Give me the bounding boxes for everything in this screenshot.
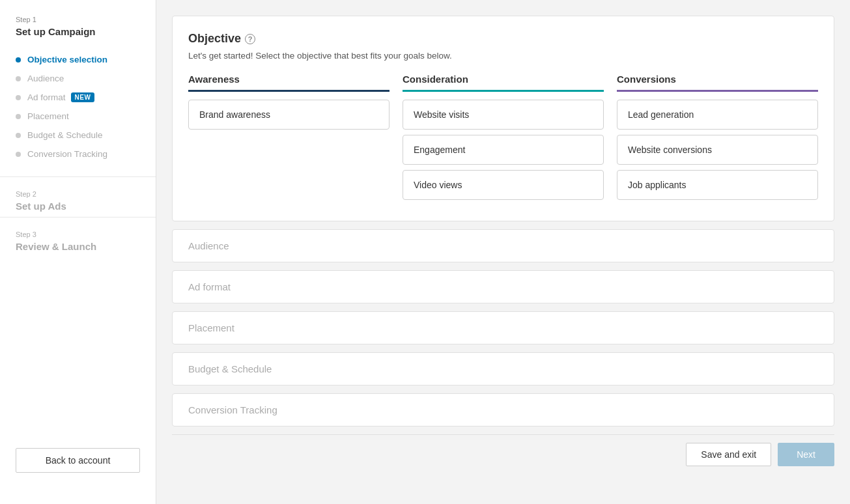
step3-title: Review & Launch <box>16 241 140 252</box>
categories-row: AwarenessBrand awarenessConsiderationWeb… <box>188 74 818 205</box>
objective-description: Let's get started! Select the objective … <box>188 51 818 61</box>
step1-block: Step 1 Set up Campaign <box>0 16 156 50</box>
sidebar-dot-conversion-tracking <box>16 152 21 157</box>
collapsed-label-placement: Placement <box>188 322 234 333</box>
sidebar-label-conversion-tracking: Conversion Tracking <box>27 149 107 159</box>
collapsed-label-budget-schedule: Budget & Schedule <box>188 363 272 374</box>
collapsed-label-audience: Audience <box>188 240 229 251</box>
step3-block: Step 3 Review & Launch <box>0 217 156 265</box>
category-header-consideration: Consideration <box>403 74 604 92</box>
option-website-visits[interactable]: Website visits <box>403 100 604 130</box>
category-header-awareness: Awareness <box>188 74 390 92</box>
step2-block: Step 2 Set up Ads <box>0 177 156 214</box>
option-lead-generation[interactable]: Lead generation <box>617 100 818 130</box>
sidebar-dot-objective-selection <box>16 57 21 63</box>
category-header-conversions: Conversions <box>617 74 818 92</box>
step3-label: Step 3 <box>16 231 140 238</box>
option-engagement[interactable]: Engagement <box>403 135 604 165</box>
back-to-account-button[interactable]: Back to account <box>16 448 140 473</box>
step1-label: Step 1 <box>16 16 140 23</box>
collapsed-label-ad-format: Ad format <box>188 281 231 292</box>
sidebar-item-objective-selection[interactable]: Objective selection <box>0 50 156 69</box>
collapsed-sections: AudienceAd formatPlacementBudget & Sched… <box>172 229 834 434</box>
sidebar-label-budget-schedule: Budget & Schedule <box>27 130 103 140</box>
sidebar-item-ad-format[interactable]: Ad formatNEW <box>0 88 156 107</box>
next-button[interactable]: Next <box>778 443 834 466</box>
sidebar-label-ad-format: Ad format <box>27 92 66 102</box>
sidebar-item-budget-schedule[interactable]: Budget & Schedule <box>0 126 156 145</box>
collapsed-section-ad-format[interactable]: Ad format <box>172 270 834 303</box>
objective-title-text: Objective <box>188 32 241 46</box>
sidebar-dot-audience <box>16 76 21 81</box>
category-awareness: AwarenessBrand awareness <box>188 74 403 205</box>
save-and-exit-button[interactable]: Save and exit <box>686 443 771 466</box>
sidebar-item-conversion-tracking[interactable]: Conversion Tracking <box>0 145 156 163</box>
objective-card: Objective ? Let's get started! Select th… <box>172 16 834 221</box>
footer-bar: Save and exit Next <box>172 434 834 474</box>
help-icon[interactable]: ? <box>245 34 255 44</box>
sidebar-item-audience[interactable]: Audience <box>0 69 156 88</box>
sidebar: Step 1 Set up Campaign Objective selecti… <box>0 0 156 504</box>
option-brand-awareness[interactable]: Brand awareness <box>188 100 390 130</box>
sidebar-dot-placement <box>16 114 21 119</box>
sidebar-item-placement[interactable]: Placement <box>0 107 156 126</box>
sidebar-nav: Objective selectionAudienceAd formatNEWP… <box>0 50 156 177</box>
step2-label: Step 2 <box>16 190 140 198</box>
step1-title: Set up Campaign <box>16 26 140 37</box>
collapsed-label-conversion-tracking: Conversion Tracking <box>188 404 277 415</box>
new-badge-ad-format: NEW <box>71 92 95 102</box>
option-job-applicants[interactable]: Job applicants <box>617 170 818 200</box>
main-content: Objective ? Let's get started! Select th… <box>156 0 850 504</box>
category-conversions: ConversionsLead generationWebsite conver… <box>617 74 818 205</box>
objective-title: Objective ? <box>188 32 818 46</box>
sidebar-dot-ad-format <box>16 95 21 100</box>
collapsed-section-audience[interactable]: Audience <box>172 229 834 262</box>
step2-title: Set up Ads <box>16 201 140 212</box>
sidebar-dot-budget-schedule <box>16 133 21 138</box>
sidebar-label-audience: Audience <box>27 74 64 83</box>
collapsed-section-budget-schedule[interactable]: Budget & Schedule <box>172 352 834 385</box>
option-website-conversions[interactable]: Website conversions <box>617 135 818 165</box>
category-consideration: ConsiderationWebsite visitsEngagementVid… <box>403 74 617 205</box>
back-btn-wrap: Back to account <box>0 432 156 488</box>
collapsed-section-conversion-tracking[interactable]: Conversion Tracking <box>172 393 834 427</box>
sidebar-label-placement: Placement <box>27 111 69 121</box>
option-video-views[interactable]: Video views <box>403 170 604 200</box>
collapsed-section-placement[interactable]: Placement <box>172 311 834 344</box>
sidebar-label-objective-selection: Objective selection <box>27 55 107 64</box>
